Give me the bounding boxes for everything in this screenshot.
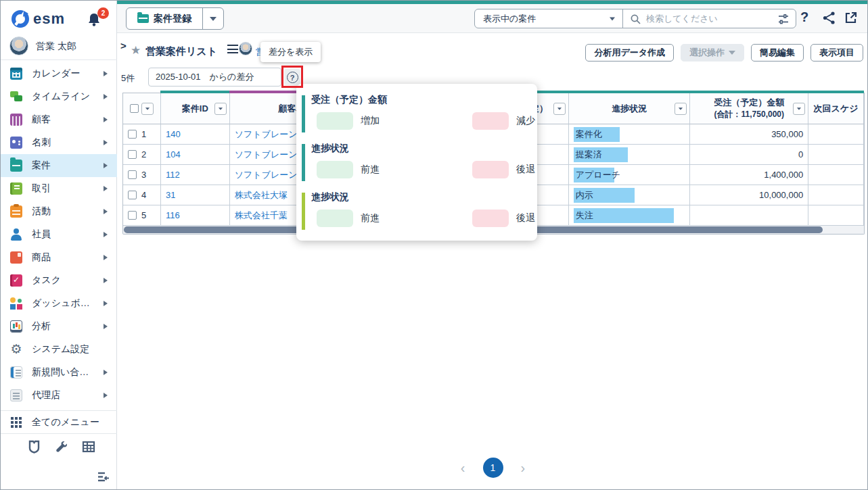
analysis-data-button[interactable]: 分析用データ作成	[585, 44, 674, 62]
logo-text: esm	[33, 10, 65, 28]
sidebar-item-label: 商品	[32, 251, 51, 264]
customer-link[interactable]: ソフトブレーン	[235, 128, 298, 141]
share-icon[interactable]	[822, 11, 836, 25]
header-order-amount[interactable]: 受注（予定）金額(合計：11,750,000)	[690, 93, 808, 124]
case-id-link[interactable]: 104	[166, 149, 181, 160]
diff-tooltip: 差分を表示	[260, 42, 321, 62]
sidebar-item-agency[interactable]: 代理店	[1, 384, 117, 407]
settings-icon: ⚙	[10, 343, 22, 356]
sidebar-item-customer[interactable]: 顧客	[1, 108, 117, 131]
sidebar-item-case[interactable]: 案件	[1, 154, 117, 177]
deal-icon	[10, 182, 22, 195]
header-next-schedule[interactable]: 次回スケジ	[808, 93, 864, 124]
filter-icon[interactable]	[214, 103, 227, 115]
sidebar-item-employee[interactable]: 社員	[1, 223, 117, 246]
display-items-button[interactable]: 表示項目	[810, 44, 863, 62]
sidebar-item-analysis[interactable]: 分析	[1, 315, 117, 338]
diff-help-button[interactable]: ?	[284, 69, 300, 85]
customer-link[interactable]: ソフトブレーン	[235, 149, 298, 161]
customer-link[interactable]: 株式会社大塚	[235, 189, 288, 201]
notification-bell-icon[interactable]: 2	[86, 7, 109, 30]
table-cell: 4	[123, 185, 161, 205]
header-case-id[interactable]: 案件ID	[161, 93, 230, 124]
wrench-icon[interactable]	[55, 440, 68, 454]
table-cell	[808, 205, 864, 226]
register-case-label: 案件登録	[154, 13, 191, 25]
submenu-arrow-icon	[104, 324, 108, 329]
external-link-icon[interactable]	[844, 11, 858, 25]
sidebar-item-inquiry[interactable]: 新規問い合…	[1, 361, 117, 384]
register-case-button[interactable]: 案件登録	[127, 8, 202, 29]
row-checkbox[interactable]	[128, 211, 137, 220]
row-checkbox[interactable]	[128, 170, 137, 179]
customer-link[interactable]: 株式会社千葉	[235, 210, 288, 222]
favorite-star-icon[interactable]: ★	[131, 43, 141, 57]
sidebar-item-activity[interactable]: 活動	[1, 200, 117, 223]
search-filter-tune-icon[interactable]	[777, 14, 790, 25]
next-page-chevron-icon[interactable]: ›	[521, 458, 526, 478]
help-icon[interactable]: ?	[800, 9, 808, 25]
page-title: 営業案件リスト	[145, 45, 217, 58]
case-id-link[interactable]: 112	[166, 170, 180, 180]
sidebar-item-card[interactable]: 名刺	[1, 131, 117, 154]
select-dropdown-button[interactable]	[141, 103, 154, 115]
user-row[interactable]: 営業 太郎	[1, 36, 117, 60]
notification-count-badge: 2	[97, 7, 109, 19]
sidebar-item-label: システム設定	[32, 343, 89, 356]
sidebar-item-all-menu[interactable]: 全てのメニュー	[1, 410, 117, 434]
quick-edit-button[interactable]: 簡易編集	[751, 44, 804, 62]
sidebar-item-dashboard[interactable]: ダッシュボ…	[1, 292, 117, 315]
case-id-link[interactable]: 140	[166, 129, 181, 139]
progress-bar: アプローチ	[574, 168, 614, 182]
list-menu-icon[interactable]	[227, 45, 238, 53]
select-all-checkbox[interactable]	[130, 104, 139, 113]
case-id-link[interactable]: 31	[166, 190, 175, 200]
current-page-button[interactable]: 1	[483, 458, 503, 478]
timeline-icon	[10, 91, 22, 103]
register-case-dropdown[interactable]	[202, 8, 223, 29]
filter-icon[interactable]	[793, 103, 805, 115]
row-checkbox[interactable]	[128, 191, 137, 199]
table-cell: 10,000,000	[690, 185, 808, 205]
table-cell: 112	[161, 165, 230, 185]
expand-panel-chevron-icon[interactable]: >	[120, 40, 127, 51]
submenu-arrow-icon	[104, 209, 108, 214]
sidebar-item-label: 取引	[32, 182, 51, 195]
sidebar-item-timeline[interactable]: タイムライン	[1, 85, 117, 108]
table-icon[interactable]	[82, 440, 95, 454]
sidebar-collapse-icon[interactable]	[96, 470, 110, 484]
sidebar-menu: カレンダータイムライン顧客名刺案件取引活動社員商品✓タスクダッシュボ…分析⚙シス…	[1, 62, 117, 407]
shield-icon[interactable]	[28, 440, 41, 454]
esm-logo-icon	[10, 9, 30, 29]
row-number: 4	[141, 190, 146, 200]
sidebar-tools-row	[1, 439, 117, 455]
search-box[interactable]: 検索してください	[623, 9, 796, 28]
sidebar-item-calendar[interactable]: カレンダー	[1, 62, 117, 85]
sidebar-item-task[interactable]: ✓タスク	[1, 269, 117, 292]
filter-icon[interactable]	[553, 103, 566, 115]
legend-label-backward: 後退	[516, 212, 535, 224]
table-cell: 失注	[569, 205, 691, 226]
view-select[interactable]: 表示中の案件	[475, 9, 623, 28]
diff-date-input[interactable]: 2025-10-01 からの差分	[148, 68, 281, 87]
row-checkbox[interactable]	[128, 130, 137, 139]
table-cell: 1,400,000	[690, 165, 808, 185]
customer-link[interactable]: ソフトブレーン	[235, 169, 298, 181]
inquiry-icon	[10, 366, 22, 378]
progress-bar: 案件化	[574, 127, 620, 142]
sidebar-item-settings[interactable]: ⚙システム設定	[1, 338, 117, 361]
submenu-arrow-icon	[104, 71, 108, 76]
prev-page-chevron-icon[interactable]: ‹	[461, 458, 465, 478]
row-number: 3	[141, 170, 146, 180]
sidebar-item-deal[interactable]: 取引	[1, 177, 117, 200]
sidebar-item-label: ダッシュボ…	[32, 297, 90, 310]
case-id-link[interactable]: 116	[166, 210, 180, 220]
sidebar-item-product[interactable]: 商品	[1, 246, 117, 269]
search-icon	[630, 14, 641, 25]
register-case-split-button: 案件登録	[126, 7, 224, 30]
table-cell: 350,000	[690, 124, 808, 145]
header-progress[interactable]: 進捗状況	[569, 93, 691, 124]
row-checkbox[interactable]	[128, 150, 137, 159]
filter-icon[interactable]	[675, 103, 687, 115]
select-action-button[interactable]: 選択操作	[681, 44, 744, 62]
